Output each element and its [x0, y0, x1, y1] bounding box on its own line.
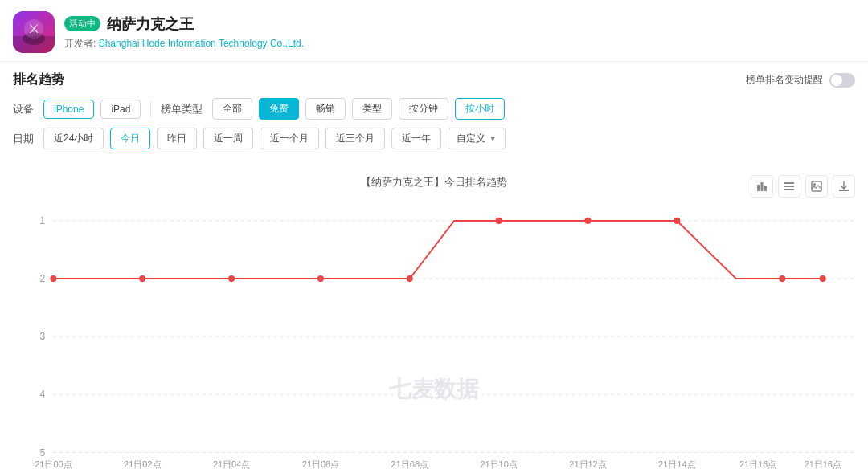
chart-container: 【纳萨力克之王】今日排名趋势 — [0, 167, 868, 473]
svg-text:2: 2 — [40, 273, 46, 284]
svg-text:21日02点: 21日02点 — [124, 459, 161, 469]
svg-text:1: 1 — [40, 215, 46, 226]
svg-rect-7 — [784, 182, 794, 184]
device-filter-row: 设备 iPhone iPad 榜单类型 全部 免费 畅销 类型 按分钟 按小时 — [13, 98, 855, 120]
date-filter-row: 日期 近24小时 今日 昨日 近一周 近一个月 近三个月 近一年 自定义 ▼ — [13, 128, 855, 149]
svg-rect-9 — [784, 189, 794, 190]
svg-point-40 — [779, 275, 785, 282]
svg-text:4: 4 — [40, 389, 46, 400]
svg-rect-10 — [812, 181, 821, 191]
svg-point-37 — [496, 218, 502, 224]
date-1year-btn[interactable]: 近一年 — [391, 128, 441, 149]
date-1week-btn[interactable]: 近一周 — [203, 128, 253, 149]
svg-text:21日10点: 21日10点 — [480, 459, 517, 469]
download-icon-btn[interactable] — [833, 175, 855, 198]
chart-area: 七麦数据 1 2 3 4 5 21日00点 21日02点 21日04点 21日0… — [13, 196, 855, 469]
svg-text:21日12点: 21日12点 — [569, 459, 606, 469]
chart-toolbar — [751, 175, 855, 198]
app-info: 活动中 纳萨力克之王 开发者: Shanghai Hode Informatio… — [64, 14, 855, 51]
image-icon-btn[interactable] — [805, 175, 828, 198]
ranking-section: 排名趋势 榜单排名变动提醒 设备 iPhone iPad 榜单类型 全部 免费 … — [0, 62, 868, 167]
svg-point-39 — [674, 218, 680, 224]
list-icon-btn[interactable] — [778, 175, 800, 198]
section-header: 排名趋势 榜单排名变动提醒 — [13, 71, 855, 88]
svg-text:21日14点: 21日14点 — [658, 459, 695, 469]
app-header: ⚔ 活动中 纳萨力克之王 开发者: Shanghai Hode Informat… — [0, 0, 868, 62]
active-badge: 活动中 — [64, 16, 100, 31]
svg-point-38 — [584, 218, 591, 224]
svg-text:21日16点: 21日16点 — [739, 459, 776, 469]
chart-type-label: 榜单类型 — [161, 102, 203, 116]
svg-point-41 — [820, 275, 826, 282]
toggle-label: 榜单排名变动提醒 — [746, 73, 823, 87]
svg-text:21日06点: 21日06点 — [302, 459, 339, 469]
svg-point-11 — [813, 183, 816, 186]
filter-separator-1 — [150, 101, 151, 117]
svg-text:5: 5 — [40, 446, 46, 458]
date-today-btn[interactable]: 今日 — [110, 128, 150, 149]
date-custom-btn[interactable]: 自定义 ▼ — [448, 128, 506, 149]
app-name: 纳萨力克之王 — [107, 14, 194, 34]
dropdown-arrow: ▼ — [489, 134, 497, 143]
svg-text:21日04点: 21日04点 — [213, 459, 250, 469]
device-label: 设备 — [13, 102, 34, 116]
section-title: 排名趋势 — [13, 71, 64, 88]
svg-rect-4 — [757, 185, 760, 191]
bar-chart-icon-btn[interactable] — [751, 175, 773, 198]
date-24h-btn[interactable]: 近24小时 — [43, 128, 104, 149]
svg-rect-5 — [761, 182, 764, 191]
svg-rect-8 — [784, 186, 794, 187]
svg-text:21日08点: 21日08点 — [391, 459, 428, 469]
developer-link[interactable]: Shanghai Hode Information Technology Co.… — [99, 38, 304, 49]
svg-point-34 — [228, 275, 235, 282]
chart-type-bymin-btn[interactable]: 按分钟 — [399, 98, 448, 120]
chart-type-free-btn[interactable]: 免费 — [259, 98, 299, 120]
svg-rect-6 — [764, 186, 767, 191]
chart-type-byhour-btn[interactable]: 按小时 — [455, 98, 505, 120]
chart-type-all-btn[interactable]: 全部 — [212, 98, 252, 120]
toggle-thumb — [831, 75, 842, 86]
svg-text:3: 3 — [40, 331, 46, 342]
chart-type-bestsell-btn[interactable]: 畅销 — [305, 98, 346, 120]
svg-point-33 — [139, 275, 145, 282]
chart-svg: 1 2 3 4 5 21日00点 21日02点 21日04点 21日06点 21… — [13, 196, 855, 469]
developer-info: 开发者: Shanghai Hode Information Technolog… — [64, 37, 855, 51]
svg-text:21日16点: 21日16点 — [805, 459, 841, 469]
date-1month-btn[interactable]: 近一个月 — [260, 128, 319, 149]
chart-title: 【纳萨力克之王】今日排名趋势 — [13, 175, 855, 190]
svg-point-35 — [317, 275, 324, 282]
svg-text:21日00点: 21日00点 — [35, 459, 72, 469]
app-icon: ⚔ — [13, 11, 55, 53]
svg-point-32 — [50, 275, 56, 282]
toggle-row: 榜单排名变动提醒 — [746, 73, 855, 88]
date-label: 日期 — [13, 132, 34, 146]
svg-text:⚔: ⚔ — [28, 22, 39, 35]
notification-toggle[interactable] — [829, 73, 855, 88]
date-3month-btn[interactable]: 近三个月 — [326, 128, 385, 149]
svg-point-36 — [407, 275, 413, 282]
device-iphone-btn[interactable]: iPhone — [43, 100, 94, 119]
device-ipad-btn[interactable]: iPad — [100, 100, 141, 119]
date-yesterday-btn[interactable]: 昨日 — [157, 128, 197, 149]
chart-type-category-btn[interactable]: 类型 — [352, 98, 392, 120]
